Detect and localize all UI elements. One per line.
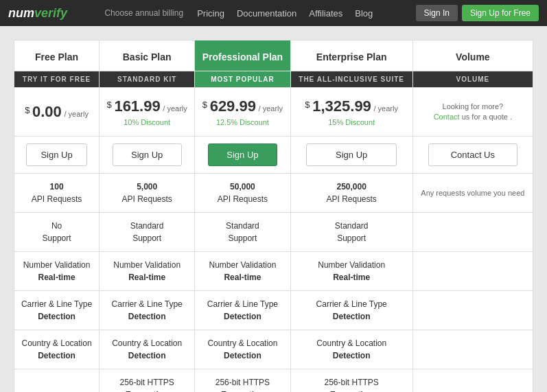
- carrier-basic: Carrier & Line Type Detection: [100, 291, 195, 330]
- https-enterprise: 256-bit HTTPS Encryption: [290, 369, 412, 393]
- api-requests-row: 100 API Requests 5,000 API Requests 50,0…: [14, 174, 533, 213]
- cta-row: Sign Up Sign Up Sign Up Sign Up Contact …: [14, 137, 533, 174]
- support-row: No Support Standard Support Standard Sup…: [14, 213, 533, 252]
- support-volume: [412, 213, 533, 252]
- discount-enterprise: 15% Discount: [295, 118, 408, 126]
- support-free: No Support: [14, 213, 100, 252]
- cta-enterprise: Sign Up: [290, 137, 412, 174]
- plan-header-basic: Basic Plan: [100, 41, 195, 71]
- signup-professional-button[interactable]: Sign Up: [208, 143, 277, 166]
- https-professional: 256-bit HTTPS Encryption: [195, 369, 290, 393]
- pricing-table: Free Plan Basic Plan Professional Plan E…: [14, 40, 533, 392]
- plan-header-free: Free Plan: [14, 41, 100, 71]
- signup-free-button[interactable]: Sign Up for Free: [462, 5, 539, 21]
- price-row: $ 0.00 / yearly $ 161.99 / yearly 10% Di…: [14, 88, 533, 137]
- country-volume: [412, 330, 533, 369]
- api-professional: 50,000 API Requests: [195, 174, 290, 213]
- plan-header-volume: Volume: [412, 41, 533, 71]
- country-row: Country & Location Detection Country & L…: [14, 330, 533, 369]
- carrier-professional: Carrier & Line Type Detection: [195, 291, 290, 330]
- badge-volume: VOLUME: [412, 71, 533, 88]
- plan-header-enterprise: Enterprise Plan: [290, 41, 412, 71]
- price-professional: $ 629.99 / yearly 12.5% Discount: [195, 88, 290, 137]
- contact-us-button[interactable]: Contact Us: [428, 143, 517, 166]
- billing-label: Choose annual billing: [104, 8, 183, 18]
- nav-affiliates[interactable]: Affiliates: [303, 5, 348, 21]
- nav-documentation[interactable]: Documentation: [231, 5, 302, 21]
- country-professional: Country & Location Detection: [195, 330, 290, 369]
- api-free: 100 API Requests: [14, 174, 100, 213]
- badge-professional: MOST POPULAR: [195, 71, 290, 88]
- numval-professional: Number Validation Real-time: [195, 252, 290, 291]
- country-basic: Country & Location Detection: [100, 330, 195, 369]
- https-volume: [412, 369, 533, 393]
- carrier-free: Carrier & Line Type Detection: [14, 291, 100, 330]
- https-row: 256-bit HTTPS Encryption 256-bit HTTPS E…: [14, 369, 533, 393]
- numval-free: Number Validation Real-time: [14, 252, 100, 291]
- signin-button[interactable]: Sign In: [416, 5, 458, 21]
- api-basic: 5,000 API Requests: [100, 174, 195, 213]
- nav-area: Choose annual billing Pricing Documentat…: [67, 5, 416, 21]
- numval-basic: Number Validation Real-time: [100, 252, 195, 291]
- badge-basic: STANDARD KIT: [100, 71, 195, 88]
- nav-blog[interactable]: Blog: [349, 5, 378, 21]
- carrier-enterprise: Carrier & Line Type Detection: [290, 291, 412, 330]
- carrier-row: Carrier & Line Type Detection Carrier & …: [14, 291, 533, 330]
- cta-volume: Contact Us: [412, 137, 533, 174]
- api-volume: Any requests volume you need: [412, 174, 533, 213]
- cta-professional: Sign Up: [195, 137, 290, 174]
- cta-basic: Sign Up: [100, 137, 195, 174]
- volume-contact-link[interactable]: Contact: [434, 113, 460, 121]
- badge-enterprise: THE ALL-INCLUSIVE SUITE: [290, 71, 412, 88]
- signup-enterprise-button[interactable]: Sign Up: [306, 143, 397, 166]
- main-content: Free Plan Basic Plan Professional Plan E…: [0, 26, 547, 392]
- discount-basic: 10% Discount: [104, 118, 190, 126]
- support-enterprise: Standard Support: [290, 213, 412, 252]
- country-enterprise: Country & Location Detection: [290, 330, 412, 369]
- number-validation-row: Number Validation Real-time Number Valid…: [14, 252, 533, 291]
- signup-basic-button[interactable]: Sign Up: [113, 143, 182, 166]
- price-basic: $ 161.99 / yearly 10% Discount: [100, 88, 195, 137]
- numval-enterprise: Number Validation Real-time: [290, 252, 412, 291]
- badge-free: TRY IT FOR FREE: [14, 71, 100, 88]
- plan-header-professional: Professional Plan: [195, 41, 290, 71]
- price-free: $ 0.00 / yearly: [14, 88, 100, 137]
- price-enterprise: $ 1,325.99 / yearly 15% Discount: [290, 88, 412, 137]
- site-header: numverify Choose annual billing Pricing …: [0, 0, 547, 26]
- support-basic: Standard Support: [100, 213, 195, 252]
- header-buttons: Sign In Sign Up for Free: [416, 5, 539, 21]
- plan-header-row: Free Plan Basic Plan Professional Plan E…: [14, 41, 533, 71]
- https-free: [14, 369, 100, 393]
- nav-pricing[interactable]: Pricing: [191, 5, 230, 21]
- site-logo: numverify: [8, 6, 67, 21]
- signup-free-plan-button[interactable]: Sign Up: [26, 143, 87, 166]
- discount-professional: 12.5% Discount: [199, 118, 286, 126]
- price-volume: Looking for more? Contact us for a quote…: [412, 88, 533, 137]
- https-basic: 256-bit HTTPS Encryption: [100, 369, 195, 393]
- numval-volume: [412, 252, 533, 291]
- cta-free: Sign Up: [14, 137, 100, 174]
- badge-row: TRY IT FOR FREE STANDARD KIT MOST POPULA…: [14, 71, 533, 88]
- country-free: Country & Location Detection: [14, 330, 100, 369]
- carrier-volume: [412, 291, 533, 330]
- support-professional: Standard Support: [195, 213, 290, 252]
- api-enterprise: 250,000 API Requests: [290, 174, 412, 213]
